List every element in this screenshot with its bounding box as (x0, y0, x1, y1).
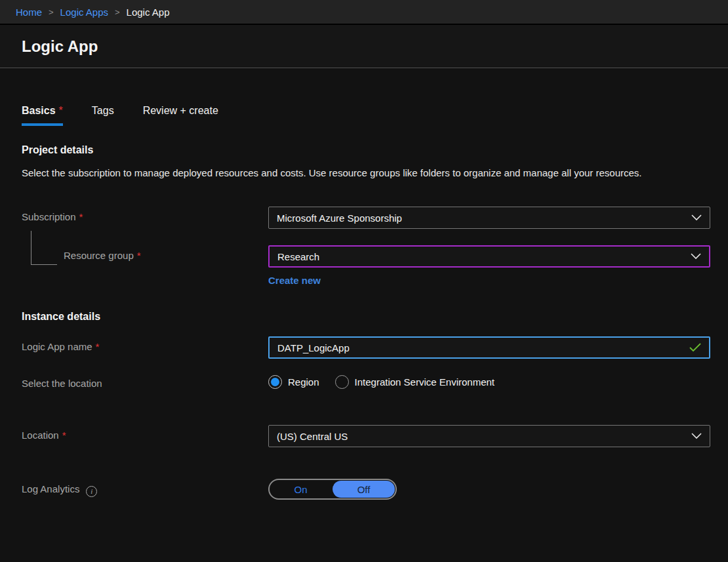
create-new-link[interactable]: Create new (268, 275, 321, 286)
select-location-row: Select the location Region Integration S… (22, 373, 706, 389)
subscription-value: Microsoft Azure Sponsorship (277, 212, 402, 224)
instance-details-heading: Instance details (22, 311, 706, 323)
subscription-label: Subscription* (22, 207, 268, 222)
radio-region-label: Region (288, 376, 319, 388)
page-title: Logic App (22, 37, 98, 56)
logic-app-name-row: Logic App name* DATP_LogicApp (22, 336, 706, 359)
breadcrumb-logic-apps-link[interactable]: Logic Apps (60, 7, 108, 18)
logic-app-name-label: Logic App name* (22, 336, 268, 352)
tab-review-create-label: Review + create (143, 105, 218, 116)
required-asterisk: * (79, 211, 83, 222)
chevron-down-icon (691, 253, 701, 260)
location-value: (US) Central US (277, 431, 348, 442)
tab-review-create[interactable]: Review + create (143, 105, 218, 126)
resource-group-value: Research (277, 251, 319, 262)
location-type-radio-group: Region Integration Service Environment (268, 373, 710, 389)
tree-connector (31, 231, 57, 265)
log-analytics-row: Log Analyticsi On Off (22, 479, 706, 500)
wizard-tabs: Basics* Tags Review + create (22, 105, 706, 126)
valid-check-icon (689, 343, 701, 352)
breadcrumb-separator: > (115, 7, 120, 17)
breadcrumb-current: Logic App (127, 7, 170, 18)
required-asterisk: * (137, 250, 141, 261)
location-label: Location* (22, 425, 268, 441)
radio-integration-service-environment[interactable]: Integration Service Environment (335, 375, 495, 389)
main-content: Basics* Tags Review + create Project det… (0, 105, 728, 500)
log-analytics-toggle[interactable]: On Off (268, 479, 397, 500)
tab-tags-label: Tags (92, 105, 114, 116)
tab-tags[interactable]: Tags (92, 105, 114, 126)
select-location-label: Select the location (22, 373, 268, 389)
logic-app-name-input[interactable]: DATP_LogicApp (268, 336, 710, 359)
project-details-description: Select the subscription to manage deploy… (22, 165, 677, 180)
subscription-dropdown[interactable]: Microsoft Azure Sponsorship (268, 207, 710, 229)
radio-unselected-icon (335, 375, 349, 389)
radio-region[interactable]: Region (268, 375, 319, 389)
radio-selected-icon (268, 375, 282, 389)
location-dropdown[interactable]: (US) Central US (268, 425, 710, 447)
chevron-down-icon (691, 433, 702, 439)
chevron-down-icon (691, 214, 702, 221)
log-analytics-label: Log Analyticsi (22, 479, 268, 497)
breadcrumb: Home > Logic Apps > Logic App (0, 0, 728, 25)
subscription-row: Subscription* Microsoft Azure Sponsorshi… (22, 207, 706, 229)
required-asterisk: * (62, 430, 66, 441)
page-header: Logic App (0, 25, 728, 68)
toggle-off-option[interactable]: Off (333, 481, 395, 498)
tab-basics-label: Basics (22, 105, 56, 116)
resource-group-label: Resource group* (22, 245, 268, 261)
breadcrumb-home-link[interactable]: Home (16, 7, 42, 18)
breadcrumb-separator: > (49, 7, 54, 17)
required-asterisk: * (96, 341, 100, 352)
tab-basics[interactable]: Basics* (22, 105, 63, 126)
required-asterisk: * (59, 105, 63, 116)
toggle-on-option[interactable]: On (270, 480, 332, 498)
location-row: Location* (US) Central US (22, 425, 706, 447)
logic-app-name-value: DATP_LogicApp (277, 342, 350, 353)
resource-group-row: Resource group* Research Create new (22, 245, 706, 286)
resource-group-dropdown[interactable]: Research (268, 245, 710, 268)
info-icon[interactable]: i (86, 486, 97, 497)
project-details-heading: Project details (22, 144, 706, 156)
radio-ise-label: Integration Service Environment (355, 376, 495, 388)
